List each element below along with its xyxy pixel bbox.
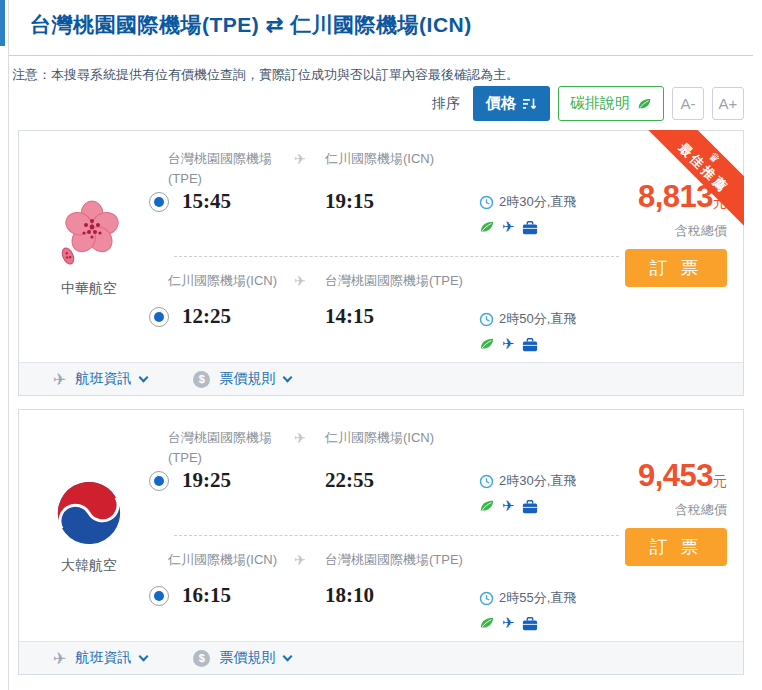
leaf-icon xyxy=(637,97,652,111)
coin-icon: $ xyxy=(193,650,210,667)
radio-selected-dot xyxy=(154,591,164,601)
arrival-time: 14:15 xyxy=(325,304,374,329)
clock-icon xyxy=(479,312,494,327)
departure-time: 19:25 xyxy=(182,468,231,493)
departure-airport-label: 仁川國際機場(ICN) xyxy=(168,271,298,291)
radio-selected-dot xyxy=(154,312,164,322)
baggage-icon xyxy=(522,499,538,514)
outbound-flight-radio[interactable] xyxy=(149,471,169,491)
flight-info-link[interactable]: ✈ 航班資訊 xyxy=(53,370,147,389)
content-left-border xyxy=(8,0,9,690)
carbon-info-button[interactable]: 碳排說明 xyxy=(558,86,664,121)
ribbon-label: 最佳推薦 xyxy=(675,141,731,197)
return-flight-radio[interactable] xyxy=(149,307,169,327)
duration-text: 2時50分,直飛 xyxy=(499,310,576,328)
outbound-flight-radio[interactable] xyxy=(149,192,169,212)
clock-icon xyxy=(479,474,494,489)
card-footer: ✈ 航班資訊 $ 票價規則 xyxy=(19,362,743,395)
departure-airport-label: 台灣桃園國際機場(TPE) xyxy=(168,428,298,467)
china-airlines-logo xyxy=(54,197,124,271)
flight-amenity-plane-icon: ✈ xyxy=(502,497,515,515)
fare-rules-link[interactable]: $ 票價規則 xyxy=(193,370,291,388)
plane-icon: ✈ xyxy=(53,370,66,389)
duration-block: 2時30分,直飛 ✈ xyxy=(479,193,619,236)
clock-icon xyxy=(479,591,494,606)
outbound-leg: 台灣桃園國際機場(TPE) ✈ 仁川國際機場(ICN) 19:25 22:55 … xyxy=(141,428,611,535)
notice-text: 注意：本搜尋系統提供有位有價機位查詢，實際訂位成功與否以訂單內容最後確認為主。 xyxy=(12,66,519,84)
flight-amenity-plane-icon: ✈ xyxy=(502,335,515,353)
arrival-airport-label: 仁川國際機場(ICN) xyxy=(325,149,505,169)
arrival-airport-label: 台灣桃園國際機場(TPE) xyxy=(325,550,505,570)
legs-divider xyxy=(174,535,619,536)
korean-air-logo xyxy=(54,478,124,548)
chevron-down-icon xyxy=(139,651,149,661)
price-block: 9,453元 含稅總價 xyxy=(638,458,727,519)
eco-leaf-icon xyxy=(479,616,495,630)
sort-amount-icon xyxy=(523,97,537,111)
return-flight-radio[interactable] xyxy=(149,586,169,606)
font-decrease-button[interactable]: A- xyxy=(672,87,704,120)
flight-amenity-plane-icon: ✈ xyxy=(502,218,515,236)
baggage-icon xyxy=(522,616,538,631)
left-accent-bar xyxy=(0,0,5,46)
chevron-down-icon xyxy=(283,651,293,661)
flight-card-korean-air: 大韓航空 台灣桃園國際機場(TPE) ✈ 仁川國際機場(ICN) 19:25 2… xyxy=(18,409,744,675)
plane-direction-icon: ✈ xyxy=(294,273,306,289)
title-divider xyxy=(9,55,753,56)
baggage-icon xyxy=(522,337,538,352)
plane-direction-icon: ✈ xyxy=(294,151,306,167)
duration-text: 2時55分,直飛 xyxy=(499,589,576,607)
plane-icon: ✈ xyxy=(53,649,66,668)
legs-divider xyxy=(174,256,619,257)
flight-search-results-page: 台灣桃園國際機場(TPE) ⇄ 仁川國際機場(ICN) 注意：本搜尋系統提供有位… xyxy=(0,0,762,690)
sort-by-price-label: 價格 xyxy=(486,94,516,113)
flight-info-link[interactable]: ✈ 航班資訊 xyxy=(53,649,147,668)
carbon-info-label: 碳排說明 xyxy=(570,94,630,113)
eco-leaf-icon xyxy=(479,337,495,351)
outbound-leg: 台灣桃園國際機場(TPE) ✈ 仁川國際機場(ICN) 15:45 19:15 … xyxy=(141,149,611,256)
departure-time: 15:45 xyxy=(182,189,231,214)
airline-column: 中華航空 xyxy=(19,131,159,364)
eco-leaf-icon xyxy=(479,220,495,234)
radio-selected-dot xyxy=(154,197,164,207)
arrival-time: 18:10 xyxy=(325,583,374,608)
radio-selected-dot xyxy=(154,476,164,486)
airline-column: 大韓航空 xyxy=(19,410,159,643)
chevron-down-icon xyxy=(283,372,293,382)
plane-direction-icon: ✈ xyxy=(294,552,306,568)
eco-leaf-icon xyxy=(479,499,495,513)
arrival-time: 22:55 xyxy=(325,468,374,493)
fare-rules-link[interactable]: $ 票價規則 xyxy=(193,649,291,667)
duration-text: 2時30分,直飛 xyxy=(499,472,576,490)
duration-block: 2時30分,直飛 ✈ xyxy=(479,472,619,515)
fare-rules-label: 票價規則 xyxy=(219,370,275,388)
flight-card-china-airlines: 中華航空 台灣桃園國際機場(TPE) ✈ 仁川國際機場(ICN) 15:45 1… xyxy=(18,130,744,396)
price-note: 含稅總價 xyxy=(638,501,727,519)
best-deal-ribbon: ♛ 最佳推薦 xyxy=(647,130,744,227)
departure-airport-label: 台灣桃園國際機場(TPE) xyxy=(168,149,298,188)
duration-text: 2時30分,直飛 xyxy=(499,193,576,211)
flight-amenity-plane-icon: ✈ xyxy=(502,614,515,632)
duration-block: 2時50分,直飛 ✈ xyxy=(479,310,619,353)
plane-direction-icon: ✈ xyxy=(294,430,306,446)
card-footer: ✈ 航班資訊 $ 票價規則 xyxy=(19,641,743,674)
return-leg: 仁川國際機場(ICN) ✈ 台灣桃園國際機場(TPE) 16:15 18:10 … xyxy=(141,550,611,643)
price-currency: 元 xyxy=(713,473,727,489)
arrival-time: 19:15 xyxy=(325,189,374,214)
sort-by-price-button[interactable]: 價格 xyxy=(473,86,550,121)
return-leg: 仁川國際機場(ICN) ✈ 台灣桃園國際機場(TPE) 12:25 14:15 … xyxy=(141,271,611,364)
arrival-airport-label: 仁川國際機場(ICN) xyxy=(325,428,505,448)
font-increase-button[interactable]: A+ xyxy=(712,87,744,120)
airline-name: 大韓航空 xyxy=(61,557,117,575)
departure-time: 12:25 xyxy=(182,304,231,329)
chevron-down-icon xyxy=(139,372,149,382)
price-value: 9,453 xyxy=(638,458,713,493)
flight-info-label: 航班資訊 xyxy=(75,370,131,388)
departure-time: 16:15 xyxy=(182,583,231,608)
arrival-airport-label: 台灣桃園國際機場(TPE) xyxy=(325,271,505,291)
duration-block: 2時55分,直飛 ✈ xyxy=(479,589,619,632)
coin-icon: $ xyxy=(193,371,210,388)
book-button[interactable]: 訂 票 xyxy=(625,249,727,287)
book-button[interactable]: 訂 票 xyxy=(625,528,727,566)
page-title: 台灣桃園國際機場(TPE) ⇄ 仁川國際機場(ICN) xyxy=(30,11,472,39)
